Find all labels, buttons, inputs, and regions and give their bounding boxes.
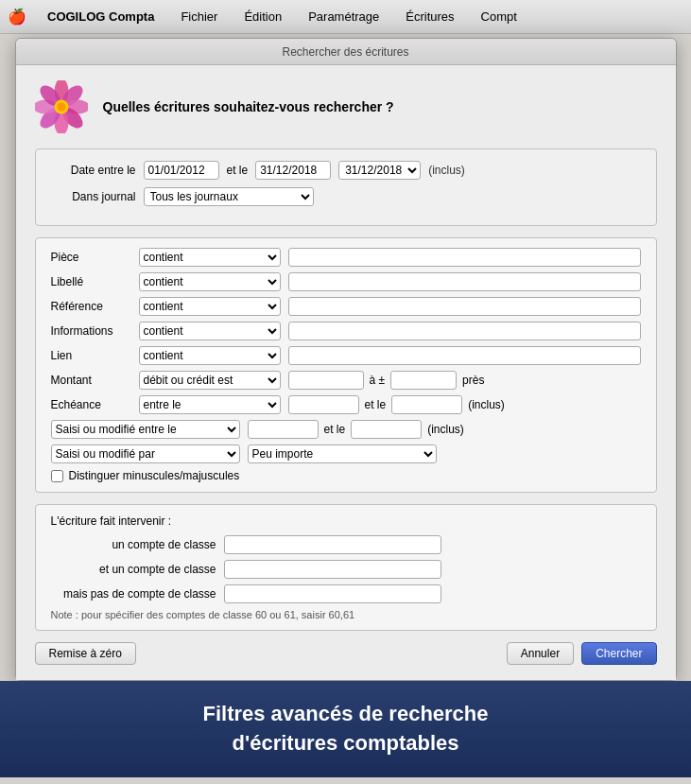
menu-fichier[interactable]: Fichier bbox=[175, 8, 223, 26]
compte-row-2: mais pas de compte de classe bbox=[51, 584, 641, 603]
app-name[interactable]: COGILOG Compta bbox=[42, 8, 160, 26]
filter-row-lien: Lien contient bbox=[51, 346, 641, 365]
filter-input-reference[interactable] bbox=[288, 297, 641, 316]
montant-extra: à ± près bbox=[288, 371, 641, 390]
saisi-entre-to-input[interactable] bbox=[351, 420, 422, 439]
filter-row-libelle: Libellé contient bbox=[51, 272, 641, 291]
footer-line1: Filtres avancés de recherche bbox=[15, 700, 676, 729]
header-row: Quelles écritures souhaitez-vous recherc… bbox=[35, 80, 657, 133]
compte-input-1[interactable] bbox=[224, 560, 441, 579]
filters-section: Pièce contient Libellé contient Référenc… bbox=[35, 237, 657, 493]
journal-row: Dans journal Tous les journaux bbox=[51, 187, 641, 206]
footer-banner: Filtres avancés de recherche d'écritures… bbox=[0, 681, 691, 777]
buttons-row: Remise à zéro Annuler Chercher bbox=[35, 642, 657, 665]
echeance-inclus: (inclus) bbox=[468, 398, 505, 411]
date-from-input[interactable] bbox=[144, 161, 219, 180]
saisi-entre-select[interactable]: Saisi ou modifié entre le bbox=[51, 420, 240, 439]
echeance-to-input[interactable] bbox=[391, 395, 462, 414]
menu-parametrage[interactable]: Paramétrage bbox=[302, 8, 385, 26]
chercher-button[interactable]: Chercher bbox=[581, 642, 656, 665]
date-entre-le-label: Date entre le bbox=[51, 164, 136, 177]
svg-point-9 bbox=[57, 102, 65, 111]
echeance-from-input[interactable] bbox=[288, 395, 359, 414]
saisi-par-select[interactable]: Saisi ou modifié par bbox=[51, 444, 240, 463]
header-question: Quelles écritures souhaitez-vous recherc… bbox=[103, 99, 394, 114]
saisi-entre-range: et le (inclus) bbox=[248, 420, 464, 439]
dans-journal-label: Dans journal bbox=[51, 190, 136, 203]
compte-label-1: et un compte de classe bbox=[51, 563, 216, 576]
filter-select-informations[interactable]: contient bbox=[139, 322, 281, 340]
filter-select-reference[interactable]: contient bbox=[139, 297, 281, 316]
montant-value-input[interactable] bbox=[288, 371, 364, 390]
filter-label-libelle: Libellé bbox=[51, 275, 131, 288]
comptes-note: Note : pour spécifier des comptes de cla… bbox=[51, 609, 641, 620]
flower-decoration bbox=[35, 80, 88, 133]
a-plus-minus-label: à ± bbox=[370, 374, 386, 387]
compte-row-1: et un compte de classe bbox=[51, 560, 641, 579]
filter-select-montant[interactable]: débit ou crédit est bbox=[139, 371, 281, 390]
annuler-button[interactable]: Annuler bbox=[507, 642, 574, 665]
distinguish-case-label: Distinguer minuscules/majuscules bbox=[69, 469, 240, 482]
checkbox-row: Distinguer minuscules/majuscules bbox=[51, 469, 641, 482]
saisi-par-value-select[interactable]: Peu importe bbox=[248, 444, 437, 463]
filter-label-montant: Montant bbox=[51, 374, 131, 387]
compte-label-2: mais pas de compte de classe bbox=[51, 587, 216, 601]
filter-label-reference: Référence bbox=[51, 300, 131, 313]
comptes-title: L'écriture fait intervenir : bbox=[51, 514, 641, 528]
date-to-input[interactable] bbox=[255, 161, 331, 180]
filter-row-piece: Pièce contient bbox=[51, 248, 641, 267]
date-journal-section: Date entre le et le 31/12/2018 (inclus) … bbox=[35, 148, 657, 226]
compte-input-0[interactable] bbox=[224, 535, 441, 554]
filter-row-informations: Informations contient bbox=[51, 322, 641, 340]
filter-row-reference: Référence contient bbox=[51, 297, 641, 316]
filter-label-piece: Pièce bbox=[51, 251, 131, 264]
saisi-entre-row: Saisi ou modifié entre le et le (inclus) bbox=[51, 420, 641, 439]
filter-row-echeance: Echéance entre le et le (inclus) bbox=[51, 395, 641, 414]
footer-line2: d'écritures comptables bbox=[15, 729, 676, 758]
remise-a-zero-button[interactable]: Remise à zéro bbox=[35, 642, 136, 665]
distinguish-case-checkbox[interactable] bbox=[51, 470, 63, 482]
saisi-par-row: Saisi ou modifié par Peu importe bbox=[51, 444, 641, 463]
et-le-label: et le bbox=[227, 164, 249, 177]
right-buttons: Annuler Chercher bbox=[507, 642, 657, 665]
menu-compt[interactable]: Compt bbox=[475, 8, 523, 26]
filter-input-lien[interactable] bbox=[288, 346, 641, 365]
inclus-label: (inclus) bbox=[428, 164, 465, 177]
window-content: Quelles écritures souhaitez-vous recherc… bbox=[16, 65, 676, 680]
echeance-et-le: et le bbox=[365, 398, 387, 411]
filter-label-echeance: Echéance bbox=[51, 398, 131, 411]
date-from-row: Date entre le et le 31/12/2018 (inclus) bbox=[51, 161, 641, 180]
filter-select-lien[interactable]: contient bbox=[139, 346, 281, 365]
echeance-range: et le (inclus) bbox=[288, 395, 505, 414]
menu-ecritures[interactable]: Écritures bbox=[400, 8, 459, 26]
filter-label-informations: Informations bbox=[51, 324, 131, 338]
journal-select[interactable]: Tous les journaux bbox=[144, 187, 314, 206]
montant-tolerance-input[interactable] bbox=[390, 371, 457, 390]
compte-label-0: un compte de classe bbox=[51, 538, 216, 551]
filter-select-echeance[interactable]: entre le bbox=[139, 395, 281, 414]
filter-select-piece[interactable]: contient bbox=[139, 248, 281, 267]
saisi-entre-inclus: (inclus) bbox=[427, 423, 464, 436]
saisi-entre-et-le: et le bbox=[324, 423, 346, 436]
menubar: 🍎 COGILOG Compta Fichier Édition Paramét… bbox=[0, 0, 691, 34]
comptes-section: L'écriture fait intervenir : un compte d… bbox=[35, 504, 657, 631]
window-titlebar: Rechercher des écritures bbox=[16, 39, 676, 65]
main-window: Rechercher des écritures Quelles écritur… bbox=[15, 38, 677, 681]
menu-edition[interactable]: Édition bbox=[238, 8, 287, 26]
saisi-entre-from-input[interactable] bbox=[248, 420, 319, 439]
filter-row-montant: Montant débit ou crédit est à ± près bbox=[51, 371, 641, 390]
filter-input-informations[interactable] bbox=[288, 322, 641, 340]
filter-label-lien: Lien bbox=[51, 349, 131, 362]
date-to-dropdown[interactable]: 31/12/2018 bbox=[338, 161, 421, 180]
window-title: Rechercher des écritures bbox=[282, 45, 408, 59]
apple-menu[interactable]: 🍎 bbox=[8, 8, 26, 26]
filter-select-libelle[interactable]: contient bbox=[139, 272, 281, 291]
pres-label: près bbox=[462, 374, 484, 387]
filter-input-piece[interactable] bbox=[288, 248, 641, 267]
compte-row-0: un compte de classe bbox=[51, 535, 641, 554]
filter-input-libelle[interactable] bbox=[288, 272, 641, 291]
compte-input-2[interactable] bbox=[224, 584, 441, 603]
